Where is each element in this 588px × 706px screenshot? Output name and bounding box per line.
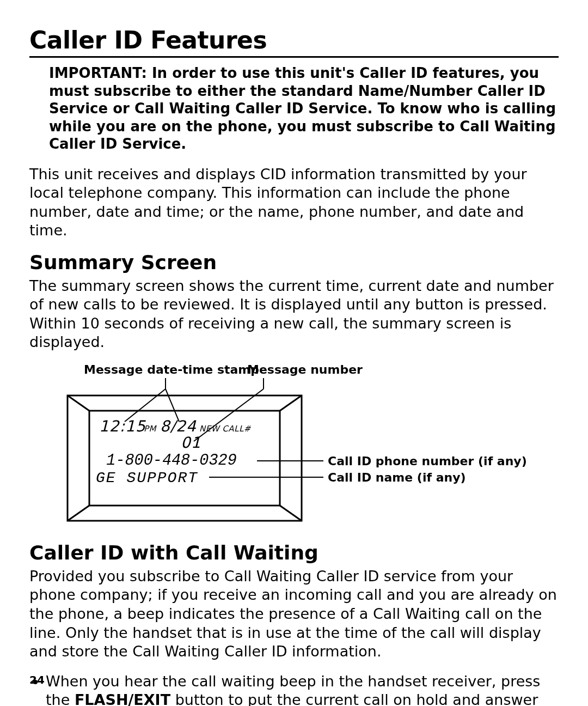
lcd-ampm: PM xyxy=(144,424,156,434)
svg-line-7 xyxy=(125,389,166,422)
lcd-count: 01 xyxy=(181,434,201,452)
figure-svg xyxy=(29,363,563,532)
title-rule xyxy=(29,56,559,58)
svg-line-8 xyxy=(166,389,179,422)
lcd-newcall-label: NEW CALL# xyxy=(199,424,251,434)
lcd-name: GE SUPPORT xyxy=(96,470,198,486)
svg-line-5 xyxy=(280,506,302,521)
summary-body: The summary screen shows the current tim… xyxy=(29,277,559,352)
svg-line-4 xyxy=(68,506,89,521)
summary-screen-figure: Message date-time stamp Message number C… xyxy=(29,363,559,532)
page-number: 24 xyxy=(29,673,45,686)
lcd-date: 8/24 xyxy=(160,417,197,435)
important-notice: IMPORTANT: In order to use this unit's C… xyxy=(49,64,556,153)
summary-heading: Summary Screen xyxy=(29,251,559,273)
intro-paragraph: This unit receives and displays CID info… xyxy=(29,165,559,240)
callwaiting-bullet-1: When you hear the call waiting beep in t… xyxy=(46,672,559,706)
flash-exit-key-1: FLASH/EXIT xyxy=(75,691,170,706)
page-title: Caller ID Features xyxy=(29,26,559,54)
callwaiting-heading: Caller ID with Call Waiting xyxy=(29,541,559,564)
svg-line-3 xyxy=(280,395,302,411)
lcd-time: 12:15 xyxy=(99,417,146,435)
callwaiting-body: Provided you subscribe to Call Waiting C… xyxy=(29,567,559,661)
lcd-phone: 1-800-448-0329 xyxy=(106,451,236,470)
callwaiting-bullets: When you hear the call waiting beep in t… xyxy=(32,672,559,706)
svg-line-2 xyxy=(68,395,89,411)
document-page: Caller ID Features IMPORTANT: In order t… xyxy=(0,0,588,706)
